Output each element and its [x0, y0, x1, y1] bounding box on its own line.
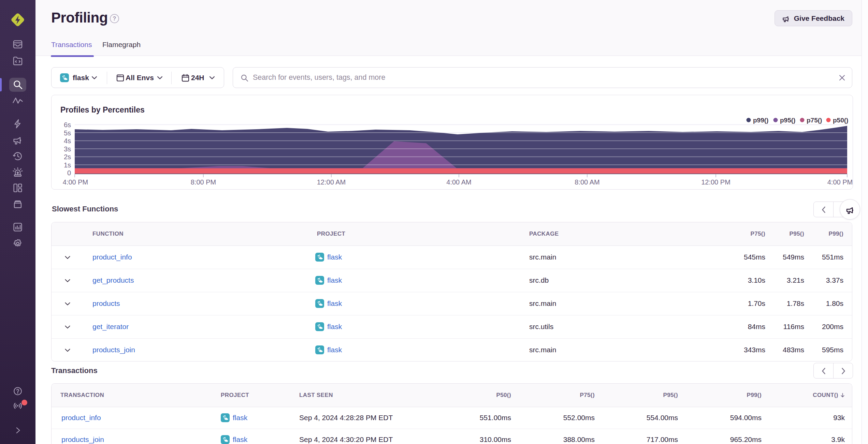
svg-text:4:00 PM: 4:00 PM	[827, 178, 853, 186]
svg-text:0: 0	[67, 169, 71, 177]
svg-text:Profiles by Percentiles: Profiles by Percentiles	[60, 105, 145, 114]
svg-text:p99(): p99()	[753, 117, 768, 124]
svg-text:p95(): p95()	[780, 117, 795, 124]
svg-text:8:00 PM: 8:00 PM	[191, 178, 216, 186]
svg-text:4:00 PM: 4:00 PM	[63, 178, 88, 186]
svg-text:12:00 PM: 12:00 PM	[701, 178, 730, 186]
svg-text:3s: 3s	[64, 145, 71, 153]
svg-text:p50(): p50()	[833, 117, 848, 124]
svg-text:2s: 2s	[64, 153, 71, 161]
svg-text:4s: 4s	[64, 137, 71, 145]
svg-text:p75(): p75()	[807, 117, 822, 124]
svg-text:8:00 AM: 8:00 AM	[575, 178, 599, 186]
svg-text:5s: 5s	[64, 129, 71, 137]
svg-text:1s: 1s	[64, 161, 71, 169]
svg-text:6s: 6s	[64, 121, 71, 129]
svg-text:12:00 AM: 12:00 AM	[317, 178, 346, 186]
svg-text:4:00 AM: 4:00 AM	[446, 178, 471, 186]
